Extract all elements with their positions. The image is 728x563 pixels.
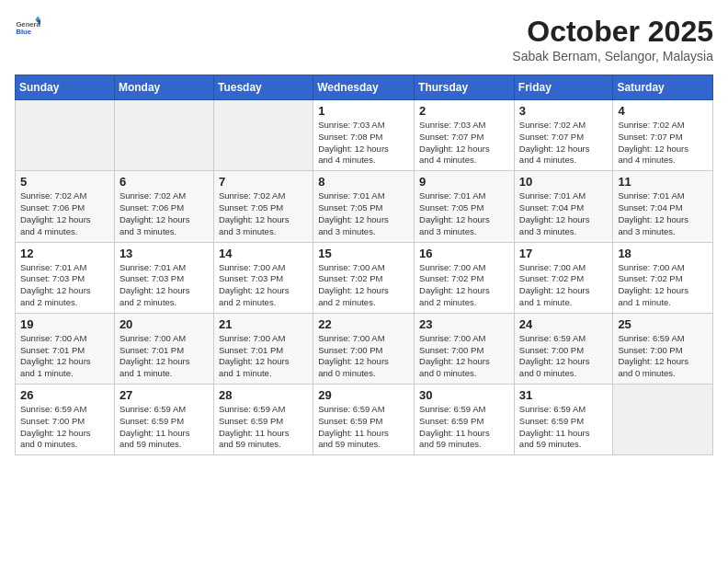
calendar-cell: 8Sunrise: 7:01 AMSunset: 7:05 PMDaylight… bbox=[313, 171, 415, 242]
date-number: 16 bbox=[419, 247, 509, 260]
calendar-cell bbox=[114, 100, 213, 171]
cell-info: Sunrise: 7:00 AMSunset: 7:02 PMDaylight:… bbox=[419, 262, 509, 309]
cell-info: Sunrise: 6:59 AMSunset: 6:59 PMDaylight:… bbox=[119, 404, 209, 451]
cell-info: Sunrise: 7:00 AMSunset: 7:02 PMDaylight:… bbox=[519, 262, 609, 309]
cell-info: Sunrise: 7:02 AMSunset: 7:07 PMDaylight:… bbox=[519, 120, 609, 167]
calendar-cell: 28Sunrise: 6:59 AMSunset: 6:59 PMDayligh… bbox=[213, 385, 313, 455]
calendar-cell: 9Sunrise: 7:01 AMSunset: 7:05 PMDaylight… bbox=[415, 171, 515, 242]
cell-info: Sunrise: 7:00 AMSunset: 7:01 PMDaylight:… bbox=[20, 333, 109, 380]
calendar-cell: 13Sunrise: 7:01 AMSunset: 7:03 PMDayligh… bbox=[114, 242, 213, 313]
calendar-cell: 18Sunrise: 7:00 AMSunset: 7:02 PMDayligh… bbox=[613, 242, 713, 313]
calendar-cell: 3Sunrise: 7:02 AMSunset: 7:07 PMDaylight… bbox=[514, 100, 613, 171]
date-number: 10 bbox=[519, 175, 609, 189]
cell-info: Sunrise: 7:00 AMSunset: 7:03 PMDaylight:… bbox=[219, 262, 308, 309]
calendar-cell: 25Sunrise: 6:59 AMSunset: 7:00 PMDayligh… bbox=[613, 313, 713, 384]
cell-info: Sunrise: 7:02 AMSunset: 7:07 PMDaylight:… bbox=[618, 120, 708, 167]
calendar-cell: 26Sunrise: 6:59 AMSunset: 7:00 PMDayligh… bbox=[16, 385, 115, 455]
cell-info: Sunrise: 6:59 AMSunset: 7:00 PMDaylight:… bbox=[20, 404, 109, 451]
date-number: 3 bbox=[519, 104, 609, 118]
calendar-cell: 21Sunrise: 7:00 AMSunset: 7:01 PMDayligh… bbox=[213, 313, 313, 384]
cell-info: Sunrise: 7:01 AMSunset: 7:03 PMDaylight:… bbox=[119, 262, 209, 309]
date-number: 27 bbox=[119, 388, 209, 402]
date-number: 29 bbox=[318, 388, 409, 402]
calendar-cell: 5Sunrise: 7:02 AMSunset: 7:06 PMDaylight… bbox=[16, 171, 115, 242]
calendar-cell: 30Sunrise: 6:59 AMSunset: 6:59 PMDayligh… bbox=[415, 385, 515, 455]
cell-info: Sunrise: 6:59 AMSunset: 6:59 PMDaylight:… bbox=[419, 404, 509, 451]
cell-info: Sunrise: 6:59 AMSunset: 6:59 PMDaylight:… bbox=[219, 404, 308, 451]
calendar-cell: 6Sunrise: 7:02 AMSunset: 7:06 PMDaylight… bbox=[114, 171, 213, 242]
weekday-header-friday: Friday bbox=[514, 75, 613, 100]
date-number: 13 bbox=[119, 247, 209, 260]
date-number: 11 bbox=[618, 175, 708, 189]
date-number: 28 bbox=[219, 388, 308, 402]
calendar-cell: 19Sunrise: 7:00 AMSunset: 7:01 PMDayligh… bbox=[16, 313, 115, 384]
date-number: 30 bbox=[419, 388, 509, 402]
cell-info: Sunrise: 7:02 AMSunset: 7:05 PMDaylight:… bbox=[219, 190, 308, 237]
date-number: 18 bbox=[618, 247, 708, 260]
title-block: October 2025 Sabak Bernam, Selangor, Mal… bbox=[512, 15, 713, 63]
calendar-cell: 4Sunrise: 7:02 AMSunset: 7:07 PMDaylight… bbox=[613, 100, 713, 171]
weekday-header-wednesday: Wednesday bbox=[313, 75, 415, 100]
date-number: 2 bbox=[419, 104, 509, 118]
calendar-cell: 15Sunrise: 7:00 AMSunset: 7:02 PMDayligh… bbox=[313, 242, 415, 313]
date-number: 14 bbox=[219, 247, 308, 260]
calendar-cell bbox=[16, 100, 115, 171]
date-number: 24 bbox=[519, 317, 609, 331]
calendar-cell: 31Sunrise: 6:59 AMSunset: 6:59 PMDayligh… bbox=[514, 385, 613, 455]
date-number: 23 bbox=[419, 317, 509, 331]
page-header: General Blue October 2025 Sabak Bernam, … bbox=[15, 15, 713, 63]
date-number: 12 bbox=[20, 247, 109, 260]
cell-info: Sunrise: 7:00 AMSunset: 7:01 PMDaylight:… bbox=[119, 333, 209, 380]
main-title: October 2025 bbox=[512, 15, 713, 49]
date-number: 5 bbox=[20, 175, 109, 189]
calendar-cell: 2Sunrise: 7:03 AMSunset: 7:07 PMDaylight… bbox=[415, 100, 515, 171]
calendar-cell: 10Sunrise: 7:01 AMSunset: 7:04 PMDayligh… bbox=[514, 171, 613, 242]
date-number: 19 bbox=[20, 317, 109, 331]
cell-info: Sunrise: 7:02 AMSunset: 7:06 PMDaylight:… bbox=[20, 190, 109, 237]
logo: General Blue bbox=[15, 15, 40, 40]
calendar-cell: 23Sunrise: 7:00 AMSunset: 7:00 PMDayligh… bbox=[415, 313, 515, 384]
calendar-cell: 11Sunrise: 7:01 AMSunset: 7:04 PMDayligh… bbox=[613, 171, 713, 242]
weekday-header-monday: Monday bbox=[114, 75, 213, 100]
date-number: 22 bbox=[318, 317, 409, 331]
cell-info: Sunrise: 6:59 AMSunset: 6:59 PMDaylight:… bbox=[318, 404, 409, 451]
cell-info: Sunrise: 7:01 AMSunset: 7:04 PMDaylight:… bbox=[618, 190, 708, 237]
weekday-header-tuesday: Tuesday bbox=[213, 75, 313, 100]
cell-info: Sunrise: 7:01 AMSunset: 7:05 PMDaylight:… bbox=[318, 190, 409, 237]
calendar-cell: 20Sunrise: 7:00 AMSunset: 7:01 PMDayligh… bbox=[114, 313, 213, 384]
date-number: 21 bbox=[219, 317, 308, 331]
calendar-cell: 29Sunrise: 6:59 AMSunset: 6:59 PMDayligh… bbox=[313, 385, 415, 455]
cell-info: Sunrise: 6:59 AMSunset: 7:00 PMDaylight:… bbox=[519, 333, 609, 380]
calendar-table: SundayMondayTuesdayWednesdayThursdayFrid… bbox=[15, 75, 713, 455]
calendar-cell: 14Sunrise: 7:00 AMSunset: 7:03 PMDayligh… bbox=[213, 242, 313, 313]
calendar-cell: 22Sunrise: 7:00 AMSunset: 7:00 PMDayligh… bbox=[313, 313, 415, 384]
cell-info: Sunrise: 7:02 AMSunset: 7:06 PMDaylight:… bbox=[119, 190, 209, 237]
date-number: 31 bbox=[519, 388, 609, 402]
calendar-cell: 17Sunrise: 7:00 AMSunset: 7:02 PMDayligh… bbox=[514, 242, 613, 313]
date-number: 4 bbox=[618, 104, 708, 118]
weekday-header-saturday: Saturday bbox=[613, 75, 713, 100]
cell-info: Sunrise: 6:59 AMSunset: 7:00 PMDaylight:… bbox=[618, 333, 708, 380]
logo-icon: General Blue bbox=[15, 15, 40, 40]
cell-info: Sunrise: 7:03 AMSunset: 7:07 PMDaylight:… bbox=[419, 120, 509, 167]
cell-info: Sunrise: 7:00 AMSunset: 7:00 PMDaylight:… bbox=[419, 333, 509, 380]
cell-info: Sunrise: 7:00 AMSunset: 7:02 PMDaylight:… bbox=[618, 262, 708, 309]
calendar-cell bbox=[213, 100, 313, 171]
date-number: 1 bbox=[318, 104, 409, 118]
date-number: 20 bbox=[119, 317, 209, 331]
cell-info: Sunrise: 7:01 AMSunset: 7:04 PMDaylight:… bbox=[519, 190, 609, 237]
calendar-cell: 12Sunrise: 7:01 AMSunset: 7:03 PMDayligh… bbox=[16, 242, 115, 313]
date-number: 25 bbox=[618, 317, 708, 331]
date-number: 15 bbox=[318, 247, 409, 260]
date-number: 7 bbox=[219, 175, 308, 189]
date-number: 26 bbox=[20, 388, 109, 402]
calendar-cell: 24Sunrise: 6:59 AMSunset: 7:00 PMDayligh… bbox=[514, 313, 613, 384]
date-number: 17 bbox=[519, 247, 609, 260]
calendar-cell bbox=[613, 385, 713, 455]
svg-marker-2 bbox=[35, 16, 40, 19]
cell-info: Sunrise: 7:00 AMSunset: 7:02 PMDaylight:… bbox=[318, 262, 409, 309]
sub-title: Sabak Bernam, Selangor, Malaysia bbox=[512, 49, 713, 63]
date-number: 9 bbox=[419, 175, 509, 189]
cell-info: Sunrise: 7:01 AMSunset: 7:05 PMDaylight:… bbox=[419, 190, 509, 237]
calendar-cell: 16Sunrise: 7:00 AMSunset: 7:02 PMDayligh… bbox=[415, 242, 515, 313]
